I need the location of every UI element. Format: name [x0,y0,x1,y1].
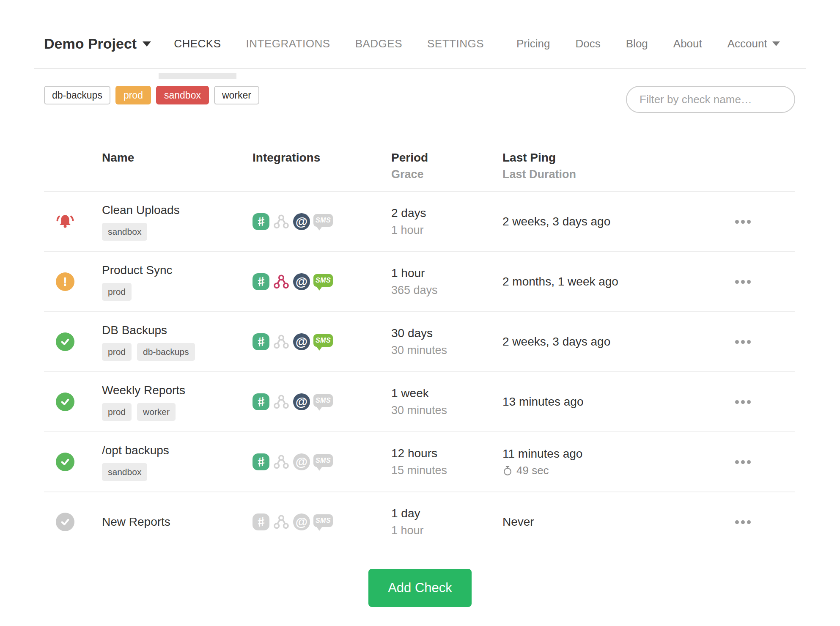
last-ping-value: 2 weeks, 3 days ago [502,214,719,229]
check-name-cell: /opt backups sandbox [86,443,253,481]
alert-bell-icon [56,212,74,231]
slack-icon: # [253,393,269,410]
tab-checks[interactable]: CHECKS [174,37,221,50]
check-tag: prod [102,403,132,421]
check-tags: sandbox [102,463,253,481]
email-icon: @ [293,333,310,350]
last-ping-cell: 13 minutes ago [502,395,719,409]
check-tag: db-backups [137,343,195,361]
last-duration-value: 49 sec [516,464,549,477]
last-ping-cell: 2 weeks, 3 days ago [502,335,719,349]
check-row: ! DB Backups proddb-backups # @ SMS [44,311,795,371]
check-name-cell: Clean Uploads sandbox [86,203,253,241]
check-name[interactable]: Clean Uploads [102,203,253,217]
nav-link-pricing[interactable]: Pricing [516,37,550,50]
add-check-area: Add Check [34,569,806,607]
add-check-button[interactable]: Add Check [368,569,472,607]
last-ping-header-label: Last Ping [502,151,719,165]
stopwatch-icon [502,466,513,476]
row-menu-button[interactable] [719,400,795,404]
period-value: 30 days [391,326,502,340]
email-icon: @ [293,213,310,230]
nav-link-blog[interactable]: Blog [626,37,648,50]
last-ping-value: 13 minutes ago [502,395,719,409]
last-ping-cell: 11 minutes ago 49 sec [502,447,719,477]
check-tag: worker [137,403,176,421]
row-menu-button[interactable] [719,220,795,224]
webhook-icon [273,213,290,230]
tab-integrations[interactable]: INTEGRATIONS [246,37,330,50]
check-name[interactable]: /opt backups [102,443,253,458]
check-name[interactable]: Product Sync [102,263,253,277]
row-menu-button[interactable] [719,340,795,344]
period-cell: 1 week 30 minutes [391,386,502,417]
sms-icon: SMS [313,274,333,287]
webhook-icon [273,453,290,470]
check-tags: prod [102,283,253,301]
period-value: 1 week [391,386,502,401]
check-name[interactable]: Weekly Reports [102,383,253,398]
tag-filter-sandbox[interactable]: sandbox [156,86,209,104]
last-duration-header-label: Last Duration [502,168,719,181]
row-menu-button[interactable] [719,280,795,284]
check-name[interactable]: DB Backups [102,323,253,338]
check-mark-icon [59,336,71,348]
slack-icon: # [253,273,269,290]
period-cell: 1 hour 365 days [391,266,502,297]
tab-badges[interactable]: BADGES [355,37,402,50]
tag-filter-worker[interactable]: worker [214,86,259,104]
period-cell: 30 days 30 minutes [391,326,502,357]
period-cell: 1 day 1 hour [391,506,502,538]
email-icon: @ [293,393,310,410]
check-name-cell: Product Sync prod [86,263,253,301]
check-tags: proddb-backups [102,343,253,361]
integrations-cell: # @ SMS [253,213,391,230]
period-value: 1 hour [391,266,502,280]
late-exclamation-icon: ! [63,275,67,288]
webhook-icon [273,273,290,290]
row-menu-button[interactable] [719,520,795,524]
check-row: ! Weekly Reports prodworker # @ SMS [44,371,795,431]
column-header-last-ping: Last Ping Last Duration [502,151,719,181]
nav-link-about[interactable]: About [673,37,702,50]
check-tag: sandbox [102,463,147,481]
webhook-icon [273,333,290,350]
webhook-icon [273,393,290,410]
last-ping-cell: Never [502,515,719,529]
status-icon: ! [56,332,74,351]
last-duration: 49 sec [502,464,719,477]
row-menu-button[interactable] [719,460,795,464]
check-tag: prod [102,343,132,361]
sms-icon: SMS [313,394,333,407]
tab-settings[interactable]: SETTINGS [427,37,484,50]
integrations-cell: # @ SMS [253,393,391,410]
check-name[interactable]: New Reports [102,515,253,529]
email-icon: @ [293,513,310,530]
tag-filter-db-backups[interactable]: db-backups [44,86,110,104]
period-cell: 12 hours 15 minutes [391,446,502,478]
last-ping-value: Never [502,515,719,529]
column-header-integrations: Integrations [253,151,391,165]
page: Demo Project CHECKS INTEGRATIONS BADGES … [34,0,806,607]
account-menu[interactable]: Account [727,37,780,50]
checks-table: Name Integrations Period Grace Last Ping… [44,113,795,552]
project-switcher[interactable]: Demo Project [44,36,151,52]
check-row: ! New Reports # @ SMS 1 [44,491,795,552]
email-icon: @ [293,453,310,470]
slack-icon: # [253,213,269,230]
account-label: Account [727,37,767,50]
integrations-cell: # @ SMS [253,513,391,530]
period-header-label: Period [391,151,502,165]
sms-icon: SMS [313,334,333,347]
sms-icon: SMS [313,214,333,227]
period-value: 2 days [391,206,502,220]
nav-link-docs[interactable]: Docs [576,37,601,50]
check-name-cell: Weekly Reports prodworker [86,383,253,421]
check-name-filter-input[interactable] [626,86,795,113]
nav-tabs: CHECKS INTEGRATIONS BADGES SETTINGS Pric… [174,37,780,50]
tag-filter-prod[interactable]: prod [115,86,151,104]
check-mark-icon [59,396,71,408]
status-icon: ! [56,393,74,411]
project-name: Demo Project [44,36,137,52]
grace-value: 1 hour [391,223,502,237]
